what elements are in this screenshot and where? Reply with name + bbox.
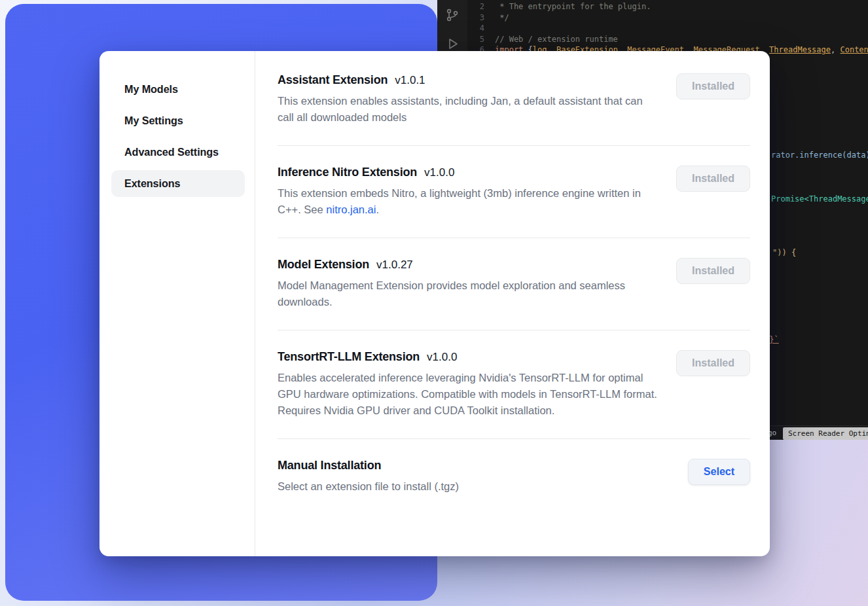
extension-title: Model Extension xyxy=(278,258,369,272)
installed-button[interactable]: Installed xyxy=(676,350,750,376)
extension-title: TensortRT-LLM Extension xyxy=(278,350,420,364)
installed-button[interactable]: Installed xyxy=(676,73,750,99)
extension-version: v1.0.1 xyxy=(395,74,425,87)
code-line: 4 xyxy=(467,23,868,34)
extension-row-assistant: Assistant Extension v1.0.1 This extensio… xyxy=(278,69,750,145)
extension-row-tensorrt: TensortRT-LLM Extension v1.0.0 Enables a… xyxy=(278,330,750,438)
settings-sidebar: My Models My Settings Advanced Settings … xyxy=(99,51,255,556)
extension-version: v1.0.0 xyxy=(427,351,457,364)
code-line: 5// Web / extension runtime xyxy=(467,34,868,45)
code-fragment: Promise<ThreadMessage> xyxy=(771,194,868,204)
run-debug-icon[interactable] xyxy=(444,35,461,52)
select-file-button[interactable]: Select xyxy=(688,459,750,485)
extension-title: Assistant Extension xyxy=(278,73,388,87)
editor-code-lines: 2 * The entrypoint for the plugin.3 */4 … xyxy=(467,1,868,56)
nitro-jan-ai-link[interactable]: nitro.jan.ai xyxy=(326,204,376,215)
sidebar-item-advanced-settings[interactable]: Advanced Settings xyxy=(111,139,245,166)
extensions-list: Assistant Extension v1.0.1 This extensio… xyxy=(255,51,770,556)
code-fragment: rator.inference(data)); xyxy=(771,150,868,160)
extension-description: Enables accelerated inference leveraging… xyxy=(278,370,660,419)
description-text: . xyxy=(376,204,379,215)
code-fragment: ")) { xyxy=(772,247,796,258)
manual-installation-row: Manual Installation Select an extension … xyxy=(278,439,750,514)
extension-row-model: Model Extension v1.0.27 Model Management… xyxy=(278,238,750,330)
extension-row-nitro: Inference Nitro Extension v1.0.0 This ex… xyxy=(278,146,750,238)
extension-description: This extension enables assistants, inclu… xyxy=(278,93,660,126)
screen-reader-optimized-chip[interactable]: Screen Reader Optimized xyxy=(783,427,868,440)
code-line: 2 * The entrypoint for the plugin. xyxy=(467,1,868,12)
source-control-icon[interactable] xyxy=(444,7,461,24)
sidebar-item-extensions[interactable]: Extensions xyxy=(111,170,245,197)
installed-button[interactable]: Installed xyxy=(676,258,750,284)
manual-installation-description: Select an extension file to install (.tg… xyxy=(278,478,459,495)
sidebar-item-my-settings[interactable]: My Settings xyxy=(111,107,245,134)
manual-installation-title: Manual Installation xyxy=(278,459,381,472)
sidebar-item-my-models[interactable]: My Models xyxy=(111,76,245,103)
settings-modal: My Models My Settings Advanced Settings … xyxy=(99,51,770,556)
code-line: 3 */ xyxy=(467,12,868,24)
extension-version: v1.0.0 xyxy=(424,166,454,179)
extension-description: This extension embeds Nitro, a lightweig… xyxy=(278,185,660,218)
extension-title: Inference Nitro Extension xyxy=(278,166,417,179)
installed-button[interactable]: Installed xyxy=(676,166,750,192)
extension-version: v1.0.27 xyxy=(376,258,413,272)
extension-description: Model Management Extension provides mode… xyxy=(278,277,660,310)
